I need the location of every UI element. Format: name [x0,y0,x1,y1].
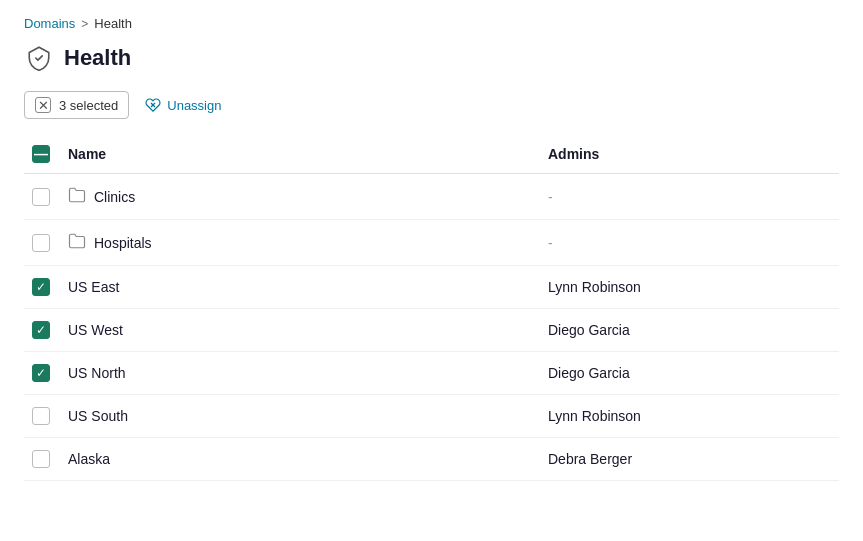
row-name-clinics: Clinics [94,189,135,205]
unassign-label: Unassign [167,98,221,113]
breadcrumb: Domains > Health [24,16,839,31]
page: Domains > Health Health ✕ 3 selected Una… [0,0,863,541]
toolbar: ✕ 3 selected Unassign [24,91,839,119]
check-icon: ✓ [36,367,46,379]
row-admins-us-east: Lynn Robinson [540,266,839,309]
indeterminate-icon: — [34,147,48,161]
page-header: Health [24,43,839,73]
selected-x-icon: ✕ [35,97,51,113]
breadcrumb-current: Health [94,16,132,31]
row-checkbox-us-east[interactable]: ✓ [32,278,50,296]
unassign-icon [145,97,161,113]
header-checkbox-cell: — [24,135,60,174]
table-row: ✓US NorthDiego Garcia [24,352,839,395]
row-admins-hospitals: - [540,220,839,266]
row-checkbox-us-west[interactable]: ✓ [32,321,50,339]
row-name-us-east: US East [68,279,119,295]
row-checkbox-alaska[interactable] [32,450,50,468]
table-row: Clinics- [24,174,839,220]
table-row: AlaskaDebra Berger [24,438,839,481]
row-name-us-south: US South [68,408,128,424]
row-checkbox-us-north[interactable]: ✓ [32,364,50,382]
table-row: US SouthLynn Robinson [24,395,839,438]
unassign-button[interactable]: Unassign [137,92,229,118]
row-name-us-west: US West [68,322,123,338]
row-admins-us-north: Diego Garcia [540,352,839,395]
row-admins-us-west: Diego Garcia [540,309,839,352]
domains-table: — Name Admins Clinics- Hospitals-✓US Eas… [24,135,839,481]
row-checkbox-clinics[interactable] [32,188,50,206]
row-name-us-north: US North [68,365,126,381]
row-name-alaska: Alaska [68,451,110,467]
row-checkbox-hospitals[interactable] [32,234,50,252]
breadcrumb-separator: > [81,17,88,31]
check-icon: ✓ [36,324,46,336]
page-title: Health [64,45,131,71]
table-header-row: — Name Admins [24,135,839,174]
check-icon: ✓ [36,281,46,293]
selected-count-label: 3 selected [59,98,118,113]
table-row: Hospitals- [24,220,839,266]
table-row: ✓US WestDiego Garcia [24,309,839,352]
col-header-admins: Admins [540,135,839,174]
select-all-checkbox[interactable]: — [32,145,50,163]
folder-icon [68,232,86,253]
row-admins-alaska: Debra Berger [540,438,839,481]
table-row: ✓US EastLynn Robinson [24,266,839,309]
breadcrumb-parent-link[interactable]: Domains [24,16,75,31]
selected-count-button[interactable]: ✕ 3 selected [24,91,129,119]
row-admins-clinics: - [540,174,839,220]
health-icon [24,43,54,73]
row-admins-us-south: Lynn Robinson [540,395,839,438]
col-header-name: Name [60,135,540,174]
row-name-hospitals: Hospitals [94,235,152,251]
folder-icon [68,186,86,207]
row-checkbox-us-south[interactable] [32,407,50,425]
